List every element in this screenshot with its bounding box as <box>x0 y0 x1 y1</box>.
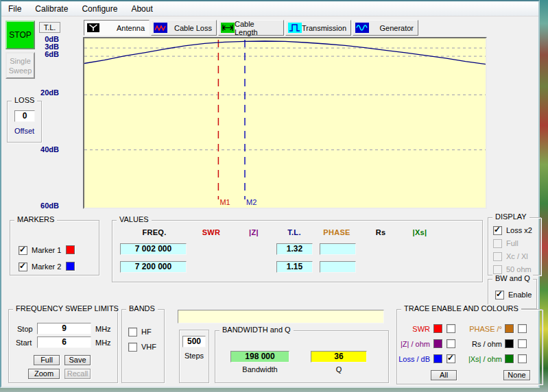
chart-plot-area[interactable]: M1M2 <box>84 38 486 208</box>
cable-loss-mode-label: Cable Loss <box>174 24 212 32</box>
bands-group-title: BANDS <box>126 304 158 313</box>
hf-checkbox[interactable] <box>128 328 137 336</box>
steps-panel: 500 Steps <box>179 330 209 383</box>
loss-colour-swatch[interactable] <box>433 354 442 363</box>
xc-xl-checkbox[interactable] <box>493 252 502 261</box>
xs-trace-checkbox[interactable] <box>518 354 527 363</box>
cable-length-icon <box>221 23 235 33</box>
bandwidth-value-field: 198 000 <box>230 351 289 363</box>
antenna-icon <box>86 23 100 33</box>
all-traces-button[interactable]: All <box>431 370 457 380</box>
recall-button[interactable]: Recall <box>64 369 91 379</box>
menu-file[interactable]: File <box>1 2 28 16</box>
vhf-label: VHF <box>141 343 156 351</box>
generator-icon <box>355 23 369 33</box>
phase-trace-checkbox[interactable] <box>518 324 527 333</box>
bw-and-q-group-title: BW and Q <box>492 274 533 282</box>
bwq-enable-checkbox[interactable] <box>495 291 504 299</box>
trace-colours-group-title: TRACE ENABLE AND COLOURS <box>401 304 521 313</box>
app-window: File Calibrate Configure About Antenna C… <box>0 0 540 388</box>
axis-tick-6db: 6dB <box>33 50 59 58</box>
marker1-checkbox[interactable] <box>19 246 27 255</box>
loss-group-title: LOSS <box>12 96 37 104</box>
transmission-icon <box>288 23 302 33</box>
trace-colours-group: TRACE ENABLE AND COLOURS SWR PHASE /° |Z… <box>396 309 543 384</box>
markers-group-title: MARKERS <box>14 215 57 223</box>
menu-about[interactable]: About <box>124 2 159 16</box>
xc-xl-label: Xc / Xl <box>506 252 528 260</box>
xs-trace-label: |Xs| / ohm <box>460 355 502 363</box>
loss-offset-input[interactable]: 0 <box>14 110 35 122</box>
xs-colour-swatch[interactable] <box>505 354 514 363</box>
col-header-freq: FREQ. <box>127 228 182 236</box>
transmission-mode-button[interactable]: Transmission <box>285 20 351 36</box>
antenna-mode-label: Antenna <box>117 24 145 32</box>
stop-button[interactable]: STOP <box>5 21 35 49</box>
hf-label: HF <box>141 328 152 336</box>
generator-mode-button[interactable]: Generator <box>353 20 418 36</box>
start-freq-input[interactable]: 6 <box>37 336 91 348</box>
marker2-checkbox[interactable] <box>19 262 27 271</box>
status-message-field <box>178 310 384 323</box>
rs-trace-checkbox[interactable] <box>518 339 527 348</box>
svg-text:M1: M1 <box>219 198 230 206</box>
marker2-freq-field[interactable]: 7 200 000 <box>120 261 187 273</box>
menu-calibrate[interactable]: Calibrate <box>28 2 75 16</box>
swr-trace-label: SWR <box>398 325 430 333</box>
antenna-mode-button[interactable]: Antenna <box>84 20 150 36</box>
sweep-chart[interactable]: M1M2 <box>83 37 487 209</box>
z-colour-swatch[interactable] <box>433 339 442 348</box>
swr-colour-swatch[interactable] <box>433 324 442 333</box>
axis-tick-60db: 60dB <box>33 201 59 210</box>
loss-x2-checkbox[interactable] <box>493 226 502 235</box>
cable-loss-icon <box>154 23 167 33</box>
steps-input[interactable]: 500 <box>182 336 206 347</box>
cable-loss-mode-button[interactable]: Cable Loss <box>151 20 217 36</box>
swr-trace-checkbox[interactable] <box>446 324 455 333</box>
bandwidth-label: Bandwidth <box>230 365 289 373</box>
marker2-colour-swatch[interactable] <box>66 262 75 271</box>
start-label: Start <box>16 339 32 347</box>
loss-x2-label: Loss x2 <box>506 226 532 234</box>
bandwidth-q-group: BANDWIDTH and Q 198 000 Bandwidth 36 Q <box>215 330 389 383</box>
steps-label: Steps <box>180 352 209 360</box>
marker1-freq-field[interactable]: 7 002 000 <box>120 243 187 255</box>
cable-length-mode-button[interactable]: Cable Length <box>218 20 284 36</box>
loss-trace-checkbox[interactable] <box>446 354 455 363</box>
mode-toolbar: Antenna Cable Loss Cable Length Transmis… <box>84 20 418 36</box>
stop-freq-input[interactable]: 9 <box>37 323 91 334</box>
50-ohm-checkbox[interactable] <box>493 265 502 274</box>
rs-trace-label: Rs / ohm <box>460 340 502 348</box>
save-button[interactable]: Save <box>64 355 91 365</box>
full-button[interactable]: Full <box>34 355 60 365</box>
menu-configure[interactable]: Configure <box>75 2 124 16</box>
q-value-field: 36 <box>311 351 367 363</box>
stop-unit-label: MHz <box>95 325 111 333</box>
sweep-limits-group: FREQUENCY SWEEP LIMITS Stop 9 MHz Start … <box>8 309 118 383</box>
rs-colour-swatch[interactable] <box>505 339 514 348</box>
axis-tick-40db: 40dB <box>33 145 59 154</box>
phase-colour-swatch[interactable] <box>505 324 514 333</box>
start-unit-label: MHz <box>95 339 111 347</box>
full-checkbox[interactable] <box>493 239 502 248</box>
no-traces-button[interactable]: None <box>503 370 530 380</box>
marker1-colour-swatch[interactable] <box>66 245 75 254</box>
tl-axis-label: T.L. <box>39 22 60 33</box>
loss-trace-label: Loss / dB <box>398 355 430 363</box>
z-trace-label: |Z| / ohm <box>398 340 430 348</box>
full-label: Full <box>506 239 519 247</box>
generator-mode-label: Generator <box>379 24 414 32</box>
menu-bar: File Calibrate Configure About <box>1 1 538 16</box>
marker1-label: Marker 1 <box>32 246 61 254</box>
vhf-checkbox[interactable] <box>128 343 137 352</box>
values-group: VALUES FREQ. SWR |Z| T.L. PHASE Rs |Xs| … <box>112 220 483 282</box>
q-label: Q <box>311 365 367 373</box>
single-sweep-button[interactable]: Single Sweep <box>5 52 35 79</box>
sweep-limits-group-title: FREQUENCY SWEEP LIMITS <box>13 304 121 313</box>
display-group-title: DISPLAY <box>492 212 529 221</box>
zoom-button[interactable]: Zoom <box>28 369 60 379</box>
50-ohm-label: 50 ohm <box>506 265 532 273</box>
marker1-phase-field <box>320 243 356 255</box>
loss-offset-label: Offset <box>8 127 41 135</box>
z-trace-checkbox[interactable] <box>446 339 455 348</box>
